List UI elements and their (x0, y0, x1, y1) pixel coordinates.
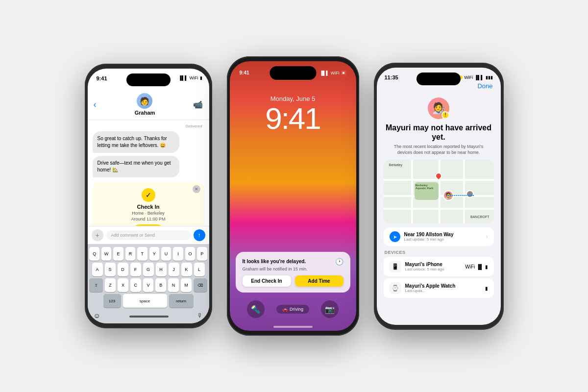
received-bubble-2: Drive safe—text me when you get home! 🏡 (93, 156, 180, 177)
iphone-name: Mayuri's iPhone (405, 262, 462, 267)
flashlight-button[interactable]: 🔦 (247, 300, 265, 318)
key-l[interactable]: L (194, 263, 205, 276)
key-h[interactable]: H (156, 263, 167, 276)
key-y[interactable]: Y (149, 247, 159, 261)
key-t[interactable]: T (137, 247, 147, 261)
back-button[interactable]: ‹ (94, 99, 97, 110)
done-button[interactable]: Done (477, 82, 492, 90)
key-q[interactable]: Q (89, 247, 99, 261)
status-time-1: 9:41 (97, 75, 107, 81)
device-watch-row[interactable]: ⌚ Mayuri's Apple Watch Last upda... ▮ (384, 278, 494, 298)
bubble1-text: So great to catch up. Thanks for letting… (98, 136, 167, 148)
key-j[interactable]: J (169, 263, 179, 276)
signal-icon: ▐▌▌ (178, 75, 188, 80)
numbers-key[interactable]: 123 (103, 294, 121, 308)
findmy-battery-icon: ▮▮▮ (486, 75, 493, 80)
mic-button[interactable]: 🎙 (197, 312, 203, 319)
contact-name: Graham (135, 110, 155, 116)
keyboard-row-4: 123 space return (90, 294, 207, 308)
watch-icon: ⌚ (390, 282, 401, 294)
location-chevron-icon: › (486, 233, 488, 240)
driving-label: Driving (290, 307, 303, 312)
dynamic-island-2 (270, 66, 316, 80)
location-icon: ➤ (390, 231, 400, 242)
check-in-close-button[interactable]: ✕ (193, 185, 200, 193)
key-e[interactable]: E (113, 247, 123, 261)
findmy-screen-container: 11:35 WiFi ▐▌▌ ▮▮▮ Done 🧑‍🎨 (377, 68, 501, 325)
delivered-status: Delivered (93, 124, 204, 128)
key-d[interactable]: D (118, 263, 128, 276)
location-row[interactable]: ➤ Near 190 Allston Way Last update: 5 mi… (384, 227, 494, 246)
shift-key[interactable]: ⇧ (89, 278, 103, 292)
key-p[interactable]: P (197, 247, 207, 261)
findmy-status-time: 11:35 (385, 74, 398, 80)
key-r[interactable]: R (125, 247, 135, 261)
key-n[interactable]: N (168, 278, 179, 292)
key-f[interactable]: F (130, 263, 141, 276)
key-z[interactable]: Z (105, 278, 116, 292)
add-attachment-button[interactable]: + (92, 229, 103, 241)
contact-info: 🧑 Graham (135, 93, 155, 116)
add-time-button[interactable]: Add Time (295, 275, 343, 287)
lock-battery-icon: ■ (341, 71, 346, 75)
keyboard-row-2: A S D F G H J K L (90, 263, 207, 276)
location-update: Last update: 5 min ago (404, 237, 454, 242)
key-u[interactable]: U (161, 247, 171, 261)
check-in-time: Around 11:00 PM (131, 217, 165, 221)
delete-key[interactable]: ⌫ (194, 278, 207, 292)
driving-indicator: 🚗 Driving (276, 305, 309, 314)
lock-screen: 9:41 ▐▌▌ WiFi ■ Monday, June 5 9:41 It l… (230, 61, 356, 331)
home-bar-1 (129, 316, 169, 318)
check-in-card: ✕ ✓ Check In Home · Berkeley Around 11:0… (93, 182, 204, 226)
driving-icon: 🚗 (282, 307, 288, 312)
key-o[interactable]: O (185, 247, 195, 261)
lock-signal-icon: ▐▌▌ (320, 71, 329, 75)
key-i[interactable]: I (173, 247, 183, 261)
return-key[interactable]: return (169, 294, 194, 308)
iphone-info: Mayuri's iPhone Last unlock: 5 min ago (405, 262, 462, 271)
findmy-map: BerkeleyAquatic Park Berkeley BANCROFT 🧑… (384, 160, 494, 223)
key-m[interactable]: M (181, 278, 192, 292)
alert-avatar: 🧑‍🎨 ! (428, 98, 449, 119)
key-a[interactable]: A (92, 263, 103, 276)
devices-label: DEVICES (384, 250, 494, 255)
watch-info: Mayuri's Apple Watch Last upda... (405, 283, 481, 293)
key-s[interactable]: S (105, 263, 116, 276)
alert-section: 🧑‍🎨 ! Mayuri may not have arrived yet. T… (377, 94, 501, 156)
phone-findmy: 11:35 WiFi ▐▌▌ ▮▮▮ Done 🧑‍🎨 (374, 63, 504, 330)
key-k[interactable]: K (181, 263, 192, 276)
contact-avatar: 🧑 (137, 93, 152, 109)
key-w[interactable]: W (101, 247, 111, 261)
device-iphone-row[interactable]: 📱 Mayuri's iPhone Last unlock: 5 min ago… (384, 257, 494, 276)
lock-time: 9:41 (230, 103, 356, 134)
end-checkin-button[interactable]: End Check In (243, 275, 291, 287)
watch-sub: Last upda... (405, 289, 481, 293)
findmy-wifi-icon: WiFi (464, 75, 473, 80)
key-x[interactable]: X (118, 278, 128, 292)
findmy-signal-icon: ▐▌▌ (474, 75, 484, 80)
phones-container: 9:41 ▐▌▌ WiFi ▮ ‹ 🧑 Graham 📹 (75, 47, 514, 345)
space-key[interactable]: space (123, 294, 167, 308)
key-g[interactable]: G (143, 263, 154, 276)
messages-screen: 9:41 ▐▌▌ WiFi ▮ ‹ 🧑 Graham 📹 (88, 69, 209, 323)
dynamic-island-3 (416, 73, 461, 85)
key-c[interactable]: C (130, 278, 141, 292)
video-call-button[interactable]: 📹 (193, 100, 203, 109)
camera-button[interactable]: 📷 (321, 300, 339, 318)
edit-button[interactable]: Edit (134, 224, 163, 226)
key-v[interactable]: V (143, 278, 154, 292)
emoji-button[interactable]: ☺ (94, 312, 100, 319)
iphone-icon: 📱 (390, 261, 401, 272)
send-button[interactable]: ↑ (194, 229, 205, 241)
check-in-title: Check In (137, 204, 160, 210)
iphone-signal-icon: ▐▌ (476, 264, 483, 270)
key-b[interactable]: B (155, 278, 166, 292)
keyboard-bottom: ☺ 🎙 (90, 310, 207, 319)
notif-icon: 🕐 (335, 258, 343, 266)
watch-name: Mayuri's Apple Watch (405, 283, 481, 289)
lock-status-time: 9:41 (240, 70, 249, 75)
wifi-icon: WiFi (190, 75, 198, 80)
notif-title: It looks like you're delayed. (243, 259, 306, 264)
message-input[interactable]: Add comment or Send (106, 230, 191, 240)
check-in-checkmark: ✓ (142, 188, 155, 202)
